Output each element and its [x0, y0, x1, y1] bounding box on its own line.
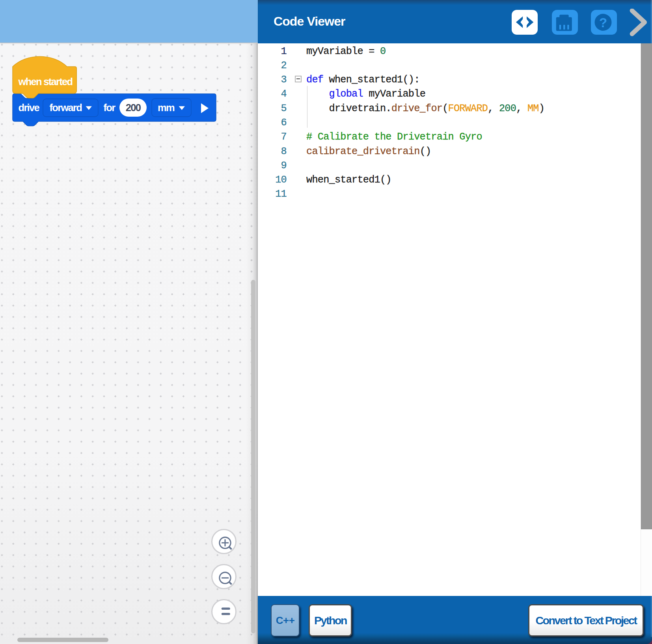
- svg-text:drive: drive: [19, 102, 40, 113]
- svg-text:?: ?: [599, 15, 607, 30]
- svg-text:forward: forward: [50, 102, 82, 113]
- svg-text:200: 200: [126, 102, 141, 113]
- svg-text:for: for: [104, 102, 116, 113]
- svg-text:mm: mm: [158, 102, 175, 113]
- svg-text:when started: when started: [18, 76, 73, 87]
